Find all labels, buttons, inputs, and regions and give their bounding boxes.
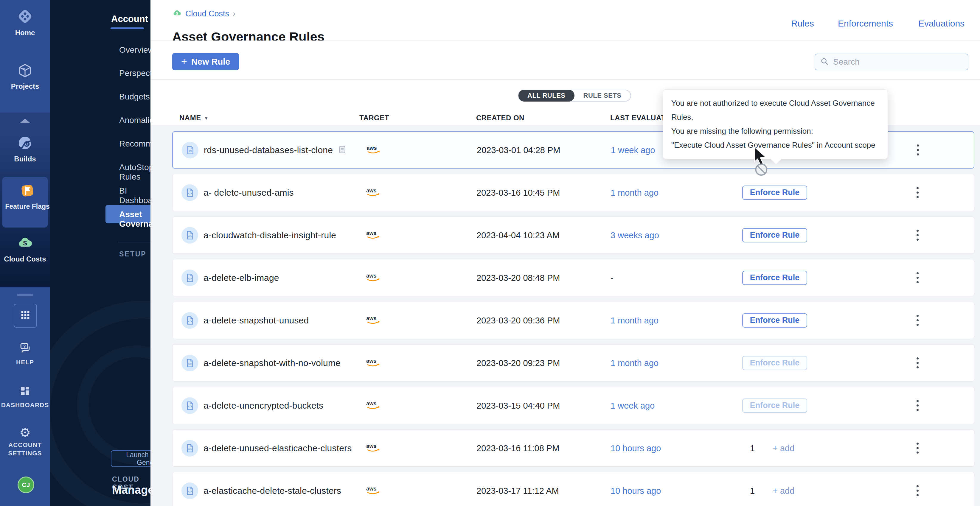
sidebar-item-overview[interactable]: Overview bbox=[119, 45, 151, 55]
last-evaluation-cell[interactable]: 1 month ago bbox=[611, 188, 659, 197]
sidebar-item-perspectives[interactable]: Perspectives bbox=[119, 68, 151, 78]
rail-item-dashboards[interactable]: DASHBOARDS bbox=[0, 385, 50, 409]
created-on-cell: 2023-03-16 10:45 PM bbox=[476, 188, 560, 197]
last-evaluation-cell[interactable]: 1 month ago bbox=[611, 316, 659, 325]
rule-name[interactable]: a-delete-snapshot-with-no-volume bbox=[204, 358, 340, 368]
rule-name[interactable]: a-delete-elb-image bbox=[204, 273, 279, 283]
kebab-menu-button[interactable] bbox=[911, 183, 924, 202]
enforce-rule-button[interactable]: Enforce Rule bbox=[742, 186, 807, 200]
sidebar-item-recommendations[interactable]: Recommendations bbox=[119, 139, 151, 149]
search-input[interactable] bbox=[832, 57, 963, 67]
enforce-rule-button[interactable]: Enforce Rule bbox=[742, 398, 807, 413]
rule-icon: </> bbox=[181, 270, 198, 286]
rule-name[interactable]: a-cloudwatch-disable-insight-rule bbox=[204, 230, 336, 240]
svg-text:</>: </> bbox=[188, 149, 192, 152]
user-avatar[interactable]: CJ bbox=[18, 476, 34, 493]
plus-icon: + bbox=[181, 56, 187, 67]
rule-name[interactable]: a-elasticache-delete-stale-clusters bbox=[204, 486, 341, 496]
rail-item-cloud-costs[interactable]: $ Cloud Costs bbox=[0, 234, 50, 263]
rail-label: Cloud Costs bbox=[0, 255, 50, 263]
rule-icon: </> bbox=[181, 312, 198, 329]
sidebar-divider bbox=[118, 242, 151, 243]
add-enforcement-link[interactable]: + add bbox=[773, 486, 794, 496]
rail-item-account-settings[interactable]: ⚙ ACCOUNT SETTINGS bbox=[0, 427, 50, 457]
last-evaluation-cell[interactable]: 1 week ago bbox=[611, 401, 655, 411]
toggle-all-rules[interactable]: ALL RULES bbox=[519, 90, 574, 102]
table-row[interactable]: </> a-delete-snapshot-unused aws 2023-03… bbox=[172, 302, 974, 339]
last-evaluation-cell[interactable]: 1 week ago bbox=[611, 145, 655, 155]
new-rule-button[interactable]: + New Rule bbox=[172, 53, 239, 70]
rail-item-builds[interactable]: Builds bbox=[0, 135, 50, 163]
sidebar-item-autostopping-rules[interactable]: AutoStopping Rules bbox=[119, 163, 151, 182]
header-divider bbox=[151, 41, 980, 41]
enforcement-count[interactable]: 1 bbox=[750, 443, 755, 453]
add-enforcement-link[interactable]: + add bbox=[773, 443, 794, 453]
table-row[interactable]: </> a-delete-unused-elasticache-clusters… bbox=[172, 430, 974, 467]
rule-name[interactable]: rds-unused-databases-list-clone bbox=[204, 145, 333, 155]
toggle-rule-sets[interactable]: RULE SETS bbox=[574, 90, 630, 102]
table-row[interactable]: </> a- delete-unused-amis aws 2023-03-16… bbox=[172, 174, 974, 211]
enforcement-count[interactable]: 1 bbox=[750, 486, 755, 496]
projects-cube-icon bbox=[17, 63, 33, 80]
rule-name[interactable]: a-delete-snapshot-unused bbox=[204, 316, 309, 325]
created-on-cell: 2023-03-20 09:36 PM bbox=[476, 316, 560, 325]
svg-text:</>: </> bbox=[188, 192, 192, 195]
setup-section-label[interactable]: SETUP bbox=[119, 250, 146, 258]
search-box[interactable] bbox=[815, 54, 968, 70]
kebab-menu-button[interactable] bbox=[911, 268, 924, 287]
dashboards-icon bbox=[19, 385, 31, 398]
svg-text:aws: aws bbox=[366, 316, 376, 321]
rule-name[interactable]: a- delete-unused-amis bbox=[204, 188, 294, 198]
kebab-menu-button[interactable] bbox=[911, 396, 924, 415]
sidebar-item-bi-dashboards[interactable]: BI Dashboards bbox=[119, 186, 151, 205]
launch-ccm-first-gen-button[interactable]: Launch CCM First Generation bbox=[111, 450, 151, 467]
rail-item-feature-flags[interactable]: Feature Flags bbox=[2, 177, 48, 228]
last-evaluation-cell[interactable]: 1 month ago bbox=[611, 358, 659, 368]
rail-item-home[interactable]: Home bbox=[0, 8, 50, 37]
copy-icon[interactable] bbox=[337, 145, 347, 155]
enforce-rule-button[interactable]: Enforce Rule bbox=[742, 313, 807, 328]
kebab-menu-button[interactable] bbox=[911, 141, 924, 160]
last-evaluation-cell[interactable]: 3 weeks ago bbox=[611, 230, 659, 240]
kebab-menu-button[interactable] bbox=[911, 481, 924, 500]
kebab-menu-button[interactable] bbox=[911, 354, 924, 373]
tab-account[interactable]: Account bbox=[111, 14, 148, 24]
rail-drag-handle[interactable] bbox=[17, 294, 33, 296]
cloud-costs-icon: $ bbox=[16, 234, 34, 252]
enforce-rule-button[interactable]: Enforce Rule bbox=[742, 228, 807, 243]
rule-name[interactable]: a-delete-unencrypted-buckets bbox=[204, 401, 324, 411]
last-evaluation-cell[interactable]: - bbox=[611, 273, 614, 282]
kebab-menu-button[interactable] bbox=[911, 226, 924, 245]
rail-scroll-up[interactable] bbox=[0, 113, 50, 128]
rail-item-help[interactable]: ? HELP bbox=[0, 341, 50, 366]
enforce-rule-button[interactable]: Enforce Rule bbox=[742, 356, 807, 370]
table-row[interactable]: </> a-cloudwatch-disable-insight-rule aw… bbox=[172, 217, 974, 254]
table-row[interactable]: </> a-delete-elb-image aws 2023-03-20 08… bbox=[172, 259, 974, 296]
last-evaluation-cell[interactable]: 10 hours ago bbox=[611, 486, 661, 496]
breadcrumb-separator: › bbox=[233, 9, 235, 19]
table-row[interactable]: </> a-elasticache-delete-stale-clusters … bbox=[172, 472, 974, 506]
breadcrumb-link[interactable]: Cloud Costs bbox=[185, 9, 229, 19]
sort-caret-icon: ▼ bbox=[204, 116, 208, 121]
table-row[interactable]: </> a-delete-snapshot-with-no-volume aws… bbox=[172, 344, 974, 382]
rail-label: Feature Flags bbox=[2, 203, 52, 211]
svg-text:</>: </> bbox=[188, 490, 192, 493]
sidebar-item-anomalies[interactable]: Anomalies bbox=[119, 116, 151, 125]
link-enforcements[interactable]: Enforcements bbox=[838, 19, 893, 29]
sidebar-item-budgets[interactable]: Budgets bbox=[119, 92, 150, 102]
column-header-name[interactable]: NAME▼ bbox=[179, 114, 208, 122]
rail-item-projects[interactable]: Projects bbox=[0, 63, 50, 90]
link-evaluations[interactable]: Evaluations bbox=[918, 19, 964, 29]
rule-name[interactable]: a-delete-unused-elasticache-clusters bbox=[204, 443, 352, 453]
enforce-rule-button[interactable]: Enforce Rule bbox=[742, 271, 807, 285]
sidebar-item-asset-governance[interactable]: Asset Governance bbox=[119, 210, 151, 229]
breadcrumb: $ Cloud Costs › bbox=[172, 8, 235, 19]
module-grid-button[interactable] bbox=[14, 304, 37, 328]
kebab-menu-button[interactable] bbox=[911, 311, 924, 330]
rail-label: Projects bbox=[0, 82, 50, 90]
kebab-menu-button[interactable] bbox=[911, 439, 924, 458]
last-evaluation-cell[interactable]: 10 hours ago bbox=[611, 443, 661, 453]
table-row[interactable]: </> a-delete-unencrypted-buckets aws 202… bbox=[172, 387, 974, 424]
link-rules[interactable]: Rules bbox=[791, 19, 814, 29]
grid-3x3-icon bbox=[20, 309, 31, 322]
